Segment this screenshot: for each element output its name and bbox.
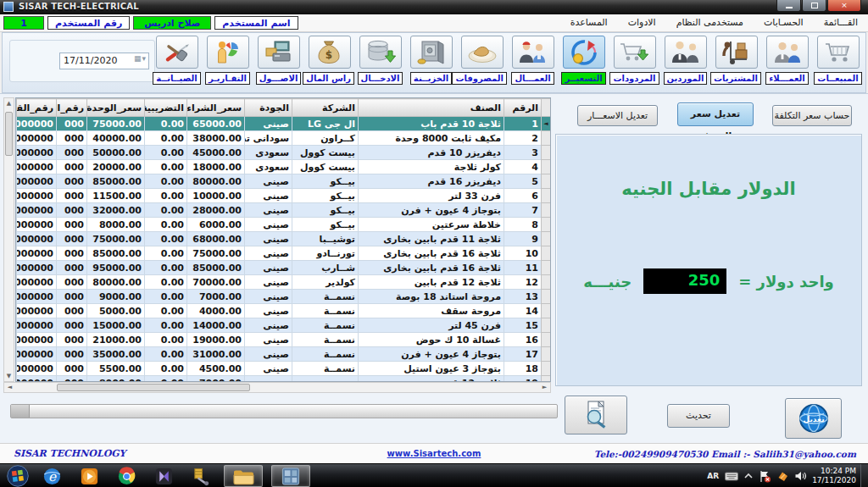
cell-part_no: 0000000 — [17, 117, 57, 131]
internet-explorer-taskbar-button[interactable]: e — [37, 465, 66, 487]
table-row[interactable]: 10ثلاجة 16 قدم بابين بخارىتورنــادوصينى7… — [17, 246, 551, 261]
sisar-app-taskbar-button[interactable] — [271, 465, 310, 487]
table-row[interactable]: 4كولر ثلاجةبيست كوولسعودى18000.000.00200… — [17, 160, 551, 174]
close-button[interactable]: × — [827, 0, 861, 12]
volume-icon[interactable] — [794, 471, 806, 481]
cell-part_no: 0000000 — [17, 203, 57, 218]
row-indicator — [542, 376, 551, 383]
col-header-quality[interactable]: الجودة — [245, 99, 292, 117]
show-desktop-button[interactable] — [860, 464, 868, 487]
start-button[interactable] — [7, 465, 29, 487]
table-row[interactable]: 7بتوجاز 4 عيون + فرنبيــكوصينى28000.000.… — [17, 203, 551, 218]
cell-shelf_no: 000 — [57, 261, 87, 275]
cell-unit_price: 5500.00 — [87, 362, 145, 376]
file-explorer-taskbar-button[interactable] — [224, 465, 263, 487]
col-header-tax[interactable]: التضريبية — [145, 99, 187, 117]
chevron-up-icon[interactable] — [744, 473, 753, 479]
refresh-button[interactable]: تحديث — [667, 404, 730, 428]
calc-cost-price-button[interactable]: حساب سعر التكلفة — [772, 105, 852, 126]
toolbar-label-pricing: التسعيــر — [561, 72, 605, 85]
edit-globe-button[interactable]: تعديل — [785, 398, 842, 439]
date-picker[interactable]: 17/11/2020 ▦▾ — [59, 53, 149, 69]
minimize-button[interactable] — [776, 0, 801, 12]
toolbar-button-treasury[interactable]: الخزيــنة — [406, 36, 456, 85]
keyboard-icon[interactable] — [725, 472, 738, 481]
cell-unit_price: 8000.00 — [87, 218, 145, 232]
table-row[interactable]: 15فرن 45 لترنسمــةصينى14000.000.0015000.… — [17, 318, 551, 333]
cell-item: بتوجاز 4 عيون + فرن — [359, 203, 504, 218]
table-row[interactable]: 16غسالة 10 ك حوضنسمــةصينى19000.000.0021… — [17, 333, 551, 347]
toolbar-button-clients[interactable]: العمـــلاء — [762, 36, 812, 85]
row-indicator — [542, 218, 551, 232]
toolbar-button-maintenance[interactable]: الصيــانــة — [152, 36, 202, 85]
table-row[interactable]: 5ديفريزر 16 قدمبيــكوصينى80000.000.00850… — [17, 174, 551, 189]
col-header-part_no[interactable]: رقم_القطعة — [17, 99, 57, 117]
table-row[interactable]: 13مروحة استاند 18 بوصةنسمــةصينى7000.000… — [17, 290, 551, 304]
taskbar-clock[interactable]: 10:24 PM17/11/2020 — [812, 467, 856, 485]
menu-item-system-users[interactable]: مستخدمى النظام — [676, 17, 743, 28]
dev-tools-taskbar-button[interactable] — [186, 465, 215, 487]
edit-prices-button[interactable]: تعديل الاسعـــار — [577, 105, 658, 126]
toolbar-button-reports[interactable]: التقـاريـر — [203, 36, 253, 85]
table-row[interactable]: 17بتوجاز 4 عيون + فرننسمــةصينى31000.000… — [17, 347, 551, 362]
menu-item-accounts[interactable]: الحسـابات — [764, 17, 804, 28]
table-row[interactable]: 2مكيف ثابت 8000 وحدةكــراونسودانى تجميع3… — [17, 131, 551, 146]
toolbar-button-purchases[interactable]: المشتريات — [711, 36, 761, 85]
scroll-down-arrow-icon[interactable]: ▼ — [4, 371, 14, 381]
table-row[interactable]: 14مروحة سقفنسمــةصينى4000.000.005000.000… — [17, 304, 551, 318]
col-header-shelf_no[interactable]: رقم_الرف — [57, 99, 87, 117]
chrome-taskbar-button[interactable] — [112, 465, 141, 487]
toolbar-button-sales[interactable]: المبيعــات — [813, 36, 863, 85]
exchange-rate-field[interactable]: 250 — [643, 268, 726, 294]
toolbar-button-returns[interactable]: المردودات — [609, 36, 659, 85]
items-grid: الرقمالصنفالشركةالجودةسعر_الشراءالتضريبي… — [15, 97, 551, 382]
media-player-taskbar-button[interactable] — [75, 465, 103, 487]
toolbar-button-expenses[interactable]: المصروفات — [457, 36, 507, 85]
table-row[interactable]: ◄1ثلاجة 10 قدم بابال جى LGصينى65000.000.… — [17, 117, 551, 131]
col-header-num[interactable]: الرقم — [504, 99, 542, 117]
scroll-thumb[interactable] — [5, 112, 13, 156]
menu-item-main-menu[interactable]: القـــائمة — [824, 17, 858, 28]
toolbar-button-capital[interactable]: $راس المال — [304, 36, 354, 85]
calendar-dropdown-icon[interactable]: ▦▾ — [134, 54, 147, 63]
table-row[interactable]: 9ثلاجة 11 قدم بابين بخارىتوشيــباصينى680… — [17, 232, 551, 246]
assets-icon — [258, 36, 300, 69]
col-header-unit_price[interactable]: سعر_الوحدة — [87, 99, 145, 117]
table-row[interactable]: 6فرن 33 لتربيــكوصينى10000.000.0011500.0… — [17, 189, 551, 203]
cell-buy_price: 45000.00 — [187, 146, 245, 160]
report-chart-icon — [207, 36, 249, 69]
row-indicator — [542, 203, 551, 218]
report-preview-button[interactable] — [565, 396, 627, 434]
table-row[interactable]: 12ثلاجة 12 قدم بابينكولديرصينى70000.000.… — [17, 275, 551, 290]
alert-orange-icon[interactable] — [777, 471, 788, 482]
col-header-item[interactable]: الصنف — [359, 99, 504, 117]
menu-item-help[interactable]: المساعدة — [570, 17, 608, 28]
kmplayer-taskbar-button[interactable] — [149, 465, 178, 487]
grid-body: ◄1ثلاجة 10 قدم بابال جى LGصينى65000.000.… — [17, 117, 551, 383]
action-center-flag-icon[interactable] — [759, 470, 771, 483]
cell-buy_price: 18000.00 — [187, 160, 245, 174]
col-header-buy_price[interactable]: سعر_الشراء — [187, 99, 245, 117]
toolbar-button-entry[interactable]: الادخـــال — [355, 36, 405, 85]
table-row[interactable]: 11ثلاجة 16 قدم بابين بخارىشــاربصينى8500… — [17, 261, 551, 275]
table-row[interactable]: 8خلاطة سرعتينبيــكوصينى6000.000.008000.0… — [17, 218, 551, 232]
toolbar-button-assets[interactable]: الاصـــول — [253, 36, 303, 85]
language-indicator[interactable]: AR — [707, 472, 719, 480]
table-row[interactable]: 18بتوجاز 3 عيون استيلنسمــةصينى4500.000.… — [17, 362, 551, 376]
toolbar-button-workers[interactable]: العمـــال — [508, 36, 558, 85]
grid-vertical-scrollbar[interactable]: ▲ ▼ — [3, 97, 14, 382]
menu-item-tools[interactable]: الادوات — [628, 17, 656, 28]
row-indicator — [542, 362, 551, 376]
cell-tax: 0.00 — [145, 290, 187, 304]
cell-num: 9 — [504, 232, 542, 246]
row-indicator — [542, 333, 551, 347]
scroll-up-arrow-icon[interactable]: ▲ — [4, 98, 14, 108]
cell-shelf_no: 000 — [57, 275, 87, 290]
table-row[interactable]: 3ديفريزر 10 قدمبيست كوولسعودى45000.000.0… — [17, 146, 551, 160]
table-row[interactable]: 19ثلاجة 12 قدمنسمــةصينى7000.000.008000.… — [17, 376, 551, 383]
toolbar-button-suppliers[interactable]: الموردين — [660, 36, 710, 85]
edit-exchange-rate-button[interactable]: تعديل سعر الصرف — [677, 102, 754, 126]
toolbar-button-pricing[interactable]: التسعيــر — [559, 36, 609, 85]
col-header-company[interactable]: الشركة — [292, 99, 359, 117]
maximize-button[interactable] — [802, 0, 826, 12]
